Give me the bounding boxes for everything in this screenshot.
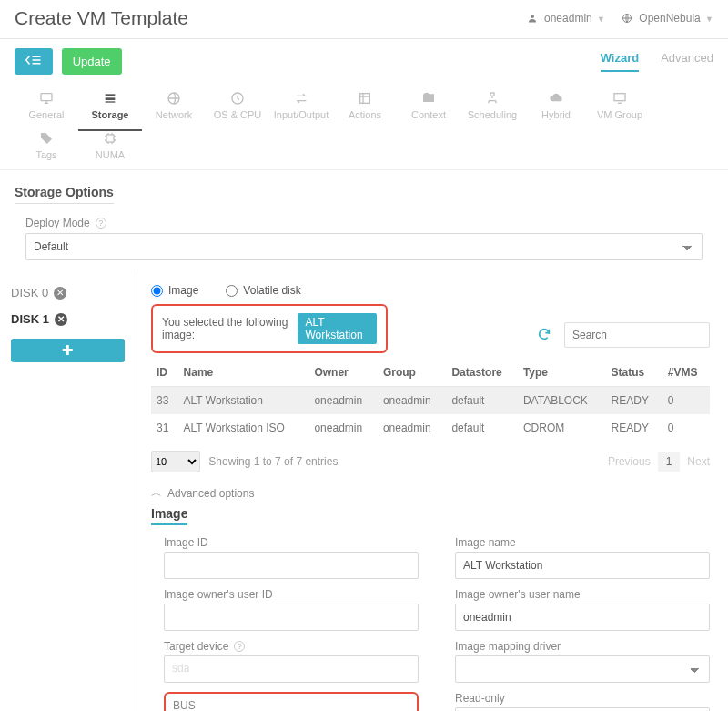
tab-numa[interactable]: NUMA (78, 131, 142, 169)
advanced-section-image: Image (151, 506, 187, 525)
tab-os-cpu[interactable]: OS & CPU (206, 91, 269, 131)
tab-network[interactable]: Network (142, 91, 206, 131)
disk-item-1[interactable]: DISK 1 ✕ (11, 312, 125, 326)
svg-rect-10 (614, 94, 625, 101)
page-title: Create VM Template (15, 7, 188, 29)
svg-rect-9 (490, 93, 494, 96)
view-tab-advanced[interactable]: Advanced (661, 51, 713, 72)
svg-rect-2 (41, 94, 52, 101)
chevron-down-icon: ▼ (705, 15, 713, 24)
images-table: ID Name Owner Group Datastore Type Statu… (151, 359, 710, 442)
disk-type-image[interactable]: Image (151, 284, 198, 297)
pager-page[interactable]: 1 (658, 452, 681, 472)
view-tab-wizard[interactable]: Wizard (601, 51, 640, 72)
chevron-up-icon: ︿ (151, 485, 162, 501)
tab-storage[interactable]: Storage (78, 91, 142, 131)
zone-menu[interactable]: OpenNebula ▼ (622, 12, 713, 25)
tab-io[interactable]: Input/Output (269, 91, 333, 131)
mapping-driver-label: Image mapping driver (455, 640, 710, 653)
deploy-mode-label: Deploy Mode ? (25, 217, 703, 229)
image-name-input[interactable] (455, 552, 710, 579)
selected-image-badge: ALT Workstation (298, 313, 377, 344)
search-input[interactable] (564, 322, 710, 348)
user-icon (527, 12, 541, 25)
globe-icon (622, 12, 636, 25)
update-button[interactable]: Update (62, 48, 122, 75)
chevron-down-icon: ▼ (597, 15, 605, 24)
remove-disk-icon[interactable]: ✕ (54, 287, 66, 300)
section-storage-options: Storage Options (15, 185, 114, 204)
svg-rect-3 (106, 94, 116, 96)
image-name-label: Image name (455, 536, 710, 549)
svg-rect-5 (106, 101, 116, 102)
disk-item-0[interactable]: DISK 0 ✕ (11, 286, 125, 300)
tab-tags[interactable]: Tags (15, 131, 78, 169)
pager-info: Showing 1 to 7 of 7 entries (208, 455, 338, 468)
refresh-icon[interactable] (537, 327, 551, 344)
owner-id-label: Image owner's user ID (164, 588, 419, 601)
target-device-input[interactable]: sda (165, 656, 418, 680)
pager-next[interactable]: Next (687, 455, 710, 468)
owner-name-label: Image owner's user name (455, 588, 710, 601)
tab-vmgroup[interactable]: VM Group (588, 91, 652, 131)
plus-icon: ✚ (62, 342, 74, 358)
table-row[interactable]: 31ALT Workstation ISOoneadminoneadmindef… (151, 414, 710, 442)
image-id-input[interactable] (164, 552, 419, 579)
tab-general[interactable]: General (15, 91, 78, 131)
advanced-options-toggle[interactable]: ︿ Advanced options (151, 485, 710, 501)
back-button[interactable] (15, 48, 53, 75)
help-icon[interactable]: ? (96, 218, 106, 229)
add-disk-button[interactable]: ✚ (11, 339, 125, 362)
owner-name-input[interactable] (455, 604, 710, 631)
disk-type-volatile[interactable]: Volatile disk (226, 284, 300, 297)
mapping-driver-select[interactable] (455, 655, 710, 683)
readonly-label: Read-only (455, 692, 710, 705)
readonly-select[interactable] (455, 707, 710, 711)
tab-hybrid[interactable]: Hybrid (524, 91, 588, 131)
tab-actions[interactable]: Actions (333, 91, 397, 131)
image-id-label: Image ID (164, 536, 419, 549)
svg-rect-11 (106, 135, 114, 142)
svg-rect-8 (360, 94, 370, 104)
pager-prev[interactable]: Previous (608, 455, 651, 468)
tab-scheduling[interactable]: Scheduling (460, 91, 524, 131)
user-menu[interactable]: oneadmin ▼ (527, 12, 605, 25)
bus-label: BUS (173, 699, 410, 711)
deploy-mode-select[interactable]: Default (25, 233, 703, 260)
user-name: oneadmin (544, 12, 592, 25)
svg-point-0 (531, 15, 534, 18)
remove-disk-icon[interactable]: ✕ (55, 313, 67, 326)
back-list-icon (25, 55, 42, 68)
owner-id-input[interactable] (164, 604, 419, 631)
help-icon[interactable]: ? (234, 641, 245, 652)
svg-rect-4 (106, 97, 116, 100)
zone-name: OpenNebula (639, 12, 700, 25)
tab-context[interactable]: Context (397, 91, 460, 131)
target-device-label: Target device ? (164, 640, 419, 653)
table-row[interactable]: 33ALT Workstationoneadminoneadmindefault… (151, 387, 710, 415)
page-size-select[interactable]: 10 (151, 451, 200, 472)
